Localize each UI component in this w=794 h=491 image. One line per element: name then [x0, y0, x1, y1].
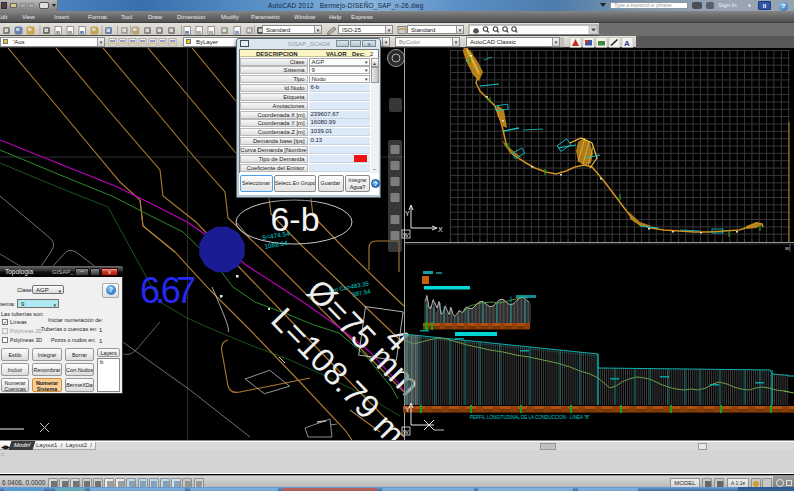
svg-text:Y: Y	[405, 210, 410, 217]
svg-text:W: W	[403, 429, 409, 435]
svg-text:1088.04: 1088.04	[264, 239, 289, 250]
svg-text:387.54: 387.54	[352, 288, 372, 298]
svg-text:X: X	[438, 226, 443, 233]
svg-text:PERFIL LONGITUDINAL DE LA COND: PERFIL LONGITUDINAL DE LA CONDUCCION - L…	[470, 415, 591, 420]
svg-text:W: W	[403, 232, 409, 238]
svg-text:6.67: 6.67	[140, 270, 196, 311]
svg-text:w: w	[784, 245, 790, 251]
svg-text:Y: Y	[405, 406, 410, 413]
svg-text:A: A	[624, 39, 630, 48]
